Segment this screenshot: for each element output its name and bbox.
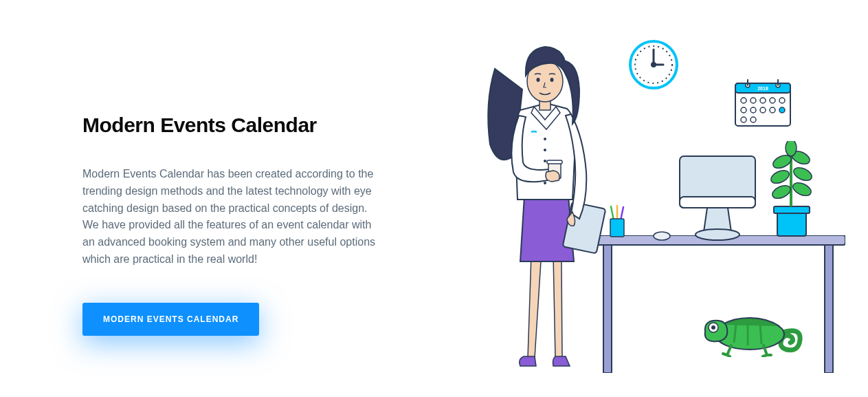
hero-heading: Modern Events Calendar xyxy=(82,114,385,137)
chameleon-icon xyxy=(698,305,805,357)
monitor-icon xyxy=(676,153,759,242)
svg-point-20 xyxy=(779,107,785,113)
calendar-icon: 2018 xyxy=(734,78,792,129)
hero-container: Modern Events Calendar Modern Events Cal… xyxy=(0,0,868,397)
svg-point-29 xyxy=(654,232,670,240)
plant-icon xyxy=(765,141,819,237)
svg-rect-27 xyxy=(680,197,755,208)
svg-rect-31 xyxy=(774,206,810,213)
svg-rect-25 xyxy=(825,245,833,373)
svg-rect-50 xyxy=(547,160,562,164)
svg-point-57 xyxy=(711,325,715,330)
svg-point-38 xyxy=(786,141,797,156)
hero-illustration: 2018 xyxy=(385,0,841,397)
svg-point-28 xyxy=(695,229,739,240)
hero-content: Modern Events Calendar Modern Events Cal… xyxy=(27,0,385,397)
svg-line-41 xyxy=(621,207,623,220)
svg-point-34 xyxy=(769,168,791,186)
clock-icon xyxy=(629,40,678,89)
svg-point-48 xyxy=(544,182,546,184)
woman-illustration xyxy=(457,34,621,372)
mouse-icon xyxy=(653,231,671,244)
svg-point-46 xyxy=(544,160,546,162)
svg-point-37 xyxy=(791,180,813,198)
svg-point-36 xyxy=(770,183,792,201)
svg-point-45 xyxy=(544,149,546,151)
cta-button[interactable]: MODERN EVENTS CALENDAR xyxy=(82,303,259,336)
svg-point-54 xyxy=(550,78,554,82)
calendar-year: 2018 xyxy=(757,86,768,91)
svg-point-35 xyxy=(792,165,814,183)
hero-description: Modern Events Calendar has been created … xyxy=(82,166,385,268)
svg-point-44 xyxy=(544,138,546,140)
svg-point-53 xyxy=(537,78,540,82)
